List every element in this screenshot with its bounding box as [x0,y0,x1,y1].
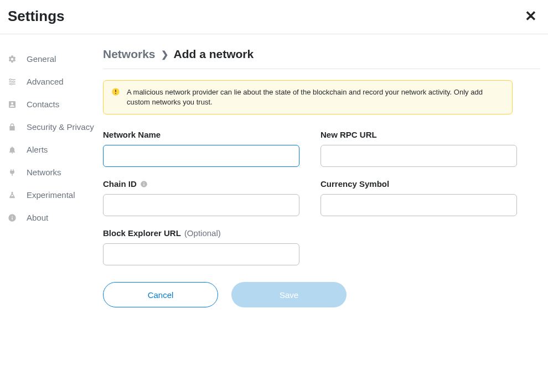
chain-id-input[interactable] [103,194,299,216]
field-currency-symbol: Currency Symbol [320,179,517,216]
info-icon [8,213,17,222]
sidebar-item-label: About [27,213,48,222]
svg-point-5 [11,83,12,85]
close-button[interactable]: ✕ [521,8,540,25]
sidebar-item-label: Advanced [27,77,64,86]
field-network-name: Network Name [103,130,299,167]
label-currency-symbol: Currency Symbol [320,179,517,189]
network-name-input[interactable] [103,145,299,167]
settings-header: Settings ✕ [0,0,548,34]
svg-point-3 [9,79,11,80]
chevron-right-icon: ❯ [161,49,168,60]
contacts-icon [8,100,17,109]
sidebar-item-about[interactable]: About [7,206,103,229]
currency-symbol-input[interactable] [320,194,517,216]
flask-icon [8,191,17,200]
sidebar-item-label: Alerts [27,145,48,154]
sidebar-item-alerts[interactable]: Alerts [7,138,103,161]
lock-icon [8,123,17,132]
field-block-explorer: Block Explorer URL (Optional) [103,228,299,265]
rpc-url-input[interactable] [320,145,517,167]
label-rpc-url: New RPC URL [320,130,517,139]
sidebar-item-experimental[interactable]: Experimental [7,184,103,206]
page-title: Settings [8,8,65,25]
svg-point-4 [13,81,14,82]
sidebar-item-label: Contacts [27,100,59,109]
breadcrumb: Networks ❯ Add a network [103,48,540,69]
form-actions: Cancel Save [103,282,540,307]
warning-text: A malicious network provider can lie abo… [127,87,504,107]
settings-sidebar: General Advanced Contacts Security & Pri… [0,34,103,307]
sidebar-item-label: General [27,54,56,64]
plug-icon [8,168,17,177]
save-button[interactable]: Save [231,282,347,307]
sidebar-item-security[interactable]: Security & Privacy [7,116,103,138]
add-network-form: Network Name New RPC URL Chain ID Curren… [103,130,518,265]
sidebar-item-networks[interactable]: Networks [7,161,103,184]
gear-icon [8,55,17,64]
label-chain-id: Chain ID [103,179,299,189]
sidebar-item-contacts[interactable]: Contacts [7,93,103,116]
block-explorer-input[interactable] [103,243,299,265]
main-content: Networks ❯ Add a network A malicious net… [103,34,548,307]
field-rpc-url: New RPC URL [320,130,517,167]
breadcrumb-current: Add a network [174,48,254,61]
sidebar-item-label: Experimental [27,190,75,200]
warning-banner: A malicious network provider can lie abo… [103,80,513,114]
label-block-explorer: Block Explorer URL (Optional) [103,228,299,238]
bell-icon [8,145,17,154]
close-icon: ✕ [525,8,537,24]
sidebar-item-general[interactable]: General [7,48,103,70]
sidebar-item-label: Networks [27,168,61,177]
svg-point-8 [115,93,116,94]
breadcrumb-root[interactable]: Networks [103,48,156,61]
svg-rect-7 [115,90,116,92]
label-network-name: Network Name [103,130,299,139]
sliders-icon [8,77,17,86]
info-circle-icon[interactable] [140,180,148,188]
cancel-button[interactable]: Cancel [103,282,218,307]
field-chain-id: Chain ID [103,179,299,216]
sidebar-item-label: Security & Privacy [27,122,94,132]
warning-info-icon [111,87,120,96]
sidebar-item-advanced[interactable]: Advanced [7,70,103,93]
